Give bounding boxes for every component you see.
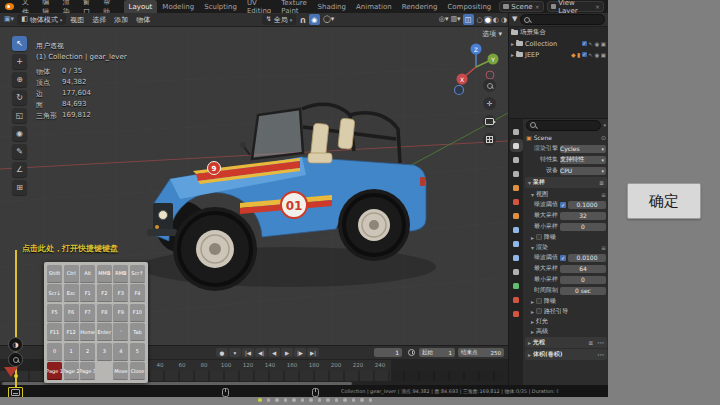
- checkbox-icon[interactable]: ✓: [582, 52, 587, 57]
- min-samples-field[interactable]: 0: [560, 276, 606, 284]
- key-enter[interactable]: Enter: [97, 323, 112, 341]
- overlays-dropdown-icon[interactable]: ▥▾: [450, 16, 460, 23]
- render-visibility-icon[interactable]: ▣: [601, 41, 606, 47]
- material-tab-icon[interactable]: [512, 295, 521, 304]
- world-tab-icon[interactable]: [512, 197, 521, 206]
- frame-end-field[interactable]: 结束点250: [458, 348, 504, 357]
- zoom-icon[interactable]: [483, 79, 496, 92]
- scale-tool[interactable]: ◱: [12, 108, 27, 123]
- shading-rendered-icon[interactable]: ◑: [500, 16, 508, 24]
- selectable-icon[interactable]: ↖: [588, 52, 593, 58]
- dot-7[interactable]: [318, 398, 322, 402]
- viewport-menu-1[interactable]: 选择: [88, 15, 110, 25]
- viewport-menu-0[interactable]: 视图: [66, 15, 88, 25]
- shading-wireframe-icon[interactable]: ○: [476, 16, 484, 24]
- max-samples-field[interactable]: 32: [560, 212, 606, 220]
- dot-8[interactable]: [326, 398, 330, 402]
- data-tab-icon[interactable]: [512, 281, 521, 290]
- object-tab-icon[interactable]: [512, 211, 521, 220]
- record-button[interactable]: ●: [216, 348, 228, 357]
- device-select[interactable]: CPU▾: [560, 167, 606, 175]
- dot-2[interactable]: [275, 398, 279, 402]
- orientation-dropdown[interactable]: ↯ 全局 ▾: [262, 14, 296, 25]
- confirm-button[interactable]: 确定: [627, 183, 701, 219]
- expand-icon[interactable]: ▸: [511, 51, 514, 58]
- dot-1[interactable]: [267, 398, 271, 402]
- path-guiding-row[interactable]: ▸路径引导: [523, 306, 608, 316]
- light-paths-section[interactable]: ▸光程≡···: [525, 337, 607, 348]
- constraints-tab-icon[interactable]: [512, 267, 521, 276]
- play-button[interactable]: ▶: [281, 348, 293, 357]
- properties-search-input[interactable]: [526, 120, 601, 131]
- dot-0[interactable]: [258, 398, 262, 402]
- gizmos-dropdown-icon[interactable]: ◎▾: [439, 16, 449, 23]
- next-keyframe-button[interactable]: |▶: [294, 348, 306, 357]
- transform-tool[interactable]: ◉: [12, 126, 27, 141]
- sampling-render-section[interactable]: ▾渲染≡: [523, 242, 608, 252]
- annotation-text[interactable]: 点击此处，打开快捷键键盘: [22, 243, 118, 254]
- add-cube-tool[interactable]: ⊞: [12, 180, 27, 195]
- key-ctrl[interactable]: Ctrl: [64, 265, 79, 283]
- volumes-section[interactable]: ▸体积(卷积)···: [525, 349, 607, 360]
- advanced-row[interactable]: ▸高级: [523, 326, 608, 336]
- key-f10[interactable]: F10: [130, 304, 145, 322]
- dot-6[interactable]: [309, 398, 313, 402]
- modifiers-tab-icon[interactable]: [512, 225, 521, 234]
- key-f2[interactable]: F2: [97, 284, 112, 302]
- render-tab-icon[interactable]: [512, 141, 521, 150]
- key-tab[interactable]: Tab: [130, 323, 145, 341]
- output-tab-icon[interactable]: [512, 155, 521, 164]
- key-scr↓[interactable]: Scr↓: [47, 284, 62, 302]
- tab-shading[interactable]: Shading: [313, 0, 351, 13]
- dot-11[interactable]: [352, 398, 356, 402]
- key-3[interactable]: 3: [97, 343, 112, 361]
- viewport-denoise-row[interactable]: ▸降噪: [523, 232, 608, 242]
- outliner-search-input[interactable]: [520, 14, 605, 25]
- outliner-collection-row[interactable]: ▸ Collection ✓ ↖ ◉ ▣: [509, 38, 608, 49]
- dot-12[interactable]: [360, 398, 364, 402]
- max-samples-field[interactable]: 64: [560, 265, 606, 273]
- key-4[interactable]: 4: [113, 343, 128, 361]
- render-engine-select[interactable]: Cycles▾: [560, 145, 606, 153]
- keyboard-icon[interactable]: [8, 387, 23, 398]
- view-layer-tab-icon[interactable]: [512, 169, 521, 178]
- dot-10[interactable]: [343, 398, 347, 402]
- physics-tab-icon[interactable]: [512, 253, 521, 262]
- noise-value-field[interactable]: 0.1000: [568, 201, 606, 209]
- shading-material-icon[interactable]: ◐: [492, 16, 500, 24]
- key-page-2[interactable]: Page 2: [64, 362, 79, 380]
- prev-keyframe-button[interactable]: ◀|: [255, 348, 267, 357]
- view-layer-selector[interactable]: View Layer ×: [547, 1, 604, 12]
- key-f12[interactable]: F12: [64, 323, 79, 341]
- pan-icon[interactable]: ✛: [483, 97, 496, 110]
- tab-texture-paint[interactable]: Texture Paint: [276, 0, 312, 13]
- sampling-viewport-section[interactable]: ▾视图≡: [523, 189, 608, 199]
- render-visibility-icon[interactable]: ▣: [601, 52, 606, 58]
- box-select-tool[interactable]: ↖: [12, 36, 27, 51]
- key-f4[interactable]: F4: [130, 284, 145, 302]
- pin-icon[interactable]: ⊙: [601, 134, 606, 141]
- tab-uv-editing[interactable]: UV Editing: [242, 0, 276, 13]
- snap-toggle-icon[interactable]: ◉: [309, 14, 320, 25]
- key-1[interactable]: 1: [64, 343, 79, 361]
- key-f6[interactable]: F6: [64, 304, 79, 322]
- key-esc[interactable]: Esc: [64, 284, 79, 302]
- tab-modeling[interactable]: Modeling: [157, 0, 199, 13]
- key-home[interactable]: Home: [80, 323, 95, 341]
- key-'[interactable]: ': [113, 323, 128, 341]
- noise-checkbox[interactable]: ✓: [560, 255, 566, 261]
- options-dropdown[interactable]: 选项 ▾: [482, 29, 502, 39]
- blender-logo-icon[interactable]: [5, 3, 14, 10]
- selectable-icon[interactable]: ↖: [588, 41, 593, 47]
- key-f9[interactable]: F9: [113, 304, 128, 322]
- viewport-menu-3[interactable]: 物体: [132, 15, 154, 25]
- key-close[interactable]: Close: [130, 362, 145, 380]
- dot-9[interactable]: [335, 398, 339, 402]
- key-f5[interactable]: F5: [47, 304, 62, 322]
- key-mmb[interactable]: MMB: [97, 265, 112, 283]
- key-alt[interactable]: Alt: [80, 265, 95, 283]
- denoise-checkbox[interactable]: [536, 298, 542, 304]
- viewport-menu-2[interactable]: 添加: [110, 15, 132, 25]
- perspective-icon[interactable]: [483, 133, 496, 146]
- play-reverse-button[interactable]: ◀: [268, 348, 280, 357]
